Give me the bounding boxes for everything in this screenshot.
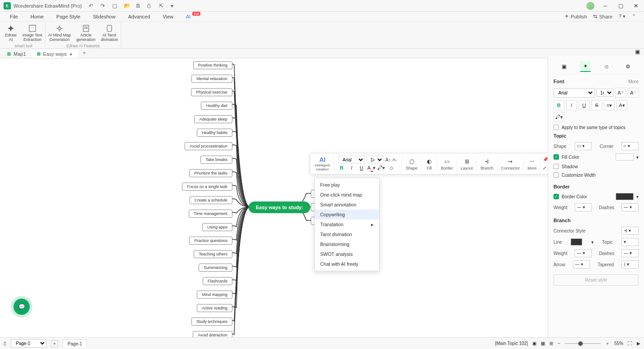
left-node[interactable]: Time management — [189, 210, 232, 218]
font-grow-button[interactable]: A⁺ — [615, 88, 626, 98]
font-family-select[interactable]: Arial — [553, 88, 594, 98]
fit-screen-icon[interactable]: ⛶ — [628, 341, 632, 346]
zoom-slider[interactable] — [565, 343, 601, 344]
border-color-dropdown[interactable]: ▾ — [636, 194, 639, 199]
left-node[interactable]: Mental relaxation — [191, 75, 232, 83]
sp-tab-layout[interactable]: ▣ — [559, 61, 570, 72]
ft-shape[interactable]: ▢Shape — [402, 157, 422, 171]
menu-file[interactable]: File — [4, 13, 24, 21]
branch-dashes-select[interactable]: — ▾ — [621, 249, 639, 257]
ctx-one-click-mind-map[interactable]: One-click mind map — [315, 190, 379, 200]
bold-toggle[interactable]: B — [553, 100, 564, 110]
tab-easy-ways[interactable]: Easy ways● — [32, 50, 78, 58]
ai-chat-fab[interactable]: 💬 — [14, 299, 30, 315]
connector-style-select[interactable]: ⊰ ▾ — [621, 227, 639, 235]
shadow-checkbox[interactable]: Shadow — [553, 164, 639, 169]
clear-format-button[interactable]: ◇ — [387, 164, 395, 172]
left-node[interactable]: Active reading — [197, 304, 232, 312]
left-node[interactable]: Practice questions — [189, 237, 232, 245]
left-node[interactable]: Avoid procrastination — [185, 142, 232, 150]
border-color-checkbox[interactable]: ✓Border Color▾ — [553, 193, 639, 200]
border-weight-select[interactable]: — ▾ — [575, 203, 592, 211]
left-node[interactable]: Healthy diet — [201, 102, 232, 110]
font-grow-icon[interactable]: A↑ — [385, 157, 391, 162]
italic-button[interactable]: I — [348, 164, 356, 172]
new-icon[interactable]: ▢ — [112, 3, 118, 9]
line-color-swatch[interactable] — [571, 238, 582, 246]
left-node[interactable]: Take breaks — [200, 156, 232, 164]
reset-style-button[interactable]: Reset style — [553, 274, 639, 286]
apply-same-checkbox[interactable]: Apply to the same type of topics — [553, 125, 639, 130]
view-mode-1-icon[interactable]: ▣ — [532, 341, 536, 346]
qat-more-icon[interactable]: ▾ — [171, 3, 177, 9]
corner-select[interactable]: ⌐ ▾ — [621, 142, 639, 150]
ft-ai-creation[interactable]: AI intelligent creation — [311, 155, 334, 172]
save-icon[interactable]: 🗎 — [136, 3, 142, 9]
fill-color-dropdown[interactable]: ▾ — [636, 155, 639, 160]
left-node[interactable]: Focus on a single task — [182, 183, 232, 191]
font-shrink-button[interactable]: A⁻ — [628, 88, 639, 98]
ribbon-ai-tarot[interactable]: AI Tarotdivination — [98, 23, 121, 43]
left-node[interactable]: Flashcards — [203, 277, 232, 285]
zoom-out-button[interactable]: − — [558, 341, 560, 346]
central-topic[interactable]: Easy ways to study: — [249, 201, 310, 213]
sp-tab-tag[interactable]: ☺ — [601, 61, 612, 72]
ft-border[interactable]: ▭Border — [437, 157, 457, 171]
undo-icon[interactable]: ↶ — [89, 3, 95, 9]
highlight-dropdown[interactable]: 🖍▾ — [553, 112, 564, 122]
minimize-button[interactable]: ─ — [601, 1, 610, 10]
ribbon-edraw-ai[interactable]: EdrawAI — [2, 23, 20, 43]
left-node[interactable]: Healthy habits — [197, 129, 232, 137]
page-tab[interactable]: Page-1 — [63, 340, 87, 348]
collapse-ribbon-button[interactable]: ⌃ — [632, 13, 636, 19]
left-node[interactable]: Teaching others — [194, 250, 232, 258]
zoom-in-button[interactable]: ＋ — [605, 340, 610, 347]
ctx-chat-ai-freely[interactable]: Chat with AI freely — [315, 259, 379, 269]
mindmap-canvas[interactable]: Easy ways to study: 💬 Positive thinkingM… — [0, 58, 548, 337]
tapered-select[interactable]: ⟨ ▾ — [621, 260, 639, 268]
menu-slideshow[interactable]: Slideshow — [86, 13, 122, 21]
user-avatar[interactable] — [586, 2, 594, 10]
left-node[interactable]: Create a schedule — [190, 196, 232, 204]
left-node[interactable]: Study techniques — [191, 318, 232, 326]
left-node[interactable]: Positive thinking — [193, 61, 232, 69]
strike-toggle[interactable]: S — [591, 100, 602, 110]
ctx-copywriting[interactable]: Copywriting — [315, 210, 379, 219]
left-node[interactable]: Mind mapping — [197, 291, 232, 299]
close-button[interactable]: ✕ — [631, 1, 640, 10]
ft-more[interactable]: ⋯More — [524, 157, 541, 171]
outline-icon[interactable]: ▯ — [4, 341, 6, 346]
ctx-free-play[interactable]: Free play — [315, 180, 379, 190]
highlight-button[interactable]: 🖍▾ — [377, 164, 385, 172]
left-node[interactable]: Avoid distraction — [193, 331, 232, 337]
ft-fill[interactable]: ◐Fill — [422, 157, 437, 171]
left-node[interactable]: Using apps — [202, 223, 232, 231]
fill-color-checkbox[interactable]: ✓Fill Color▾ — [553, 153, 639, 161]
border-color-swatch[interactable] — [616, 193, 634, 200]
border-dashes-select[interactable]: — ▾ — [621, 203, 639, 211]
page-select[interactable]: Page-1 — [11, 339, 46, 348]
font-more-link[interactable]: More — [628, 79, 639, 84]
italic-toggle[interactable]: I — [566, 100, 577, 110]
sp-tab-settings[interactable]: ⚙ — [622, 61, 633, 72]
underline-toggle[interactable]: U — [579, 100, 590, 110]
left-node[interactable]: Prioritize the tasks — [189, 169, 232, 177]
ft-layout[interactable]: ⊞Layout — [457, 157, 477, 171]
tab-map1[interactable]: Map1 — [2, 50, 32, 58]
align-button[interactable]: ≡▾ — [604, 100, 615, 110]
shape-select[interactable]: ▭ ▾ — [575, 142, 592, 150]
ft-branch[interactable]: ⊰Branch — [477, 157, 498, 171]
add-page-button[interactable]: ＋ — [51, 340, 58, 347]
ft-font-select[interactable]: Arial — [339, 156, 365, 164]
share-button[interactable]: ⇆Share — [593, 13, 612, 19]
left-node[interactable]: Adequate sleep — [194, 115, 232, 123]
export-icon[interactable]: ⇱ — [159, 3, 165, 9]
font-size-select[interactable]: 14 — [596, 89, 613, 97]
ribbon-ai-mind-map[interactable]: AI Mind MapGeneration — [45, 23, 74, 43]
menu-home[interactable]: Home — [24, 13, 50, 21]
left-node[interactable]: Physical exercise — [191, 88, 232, 96]
underline-button[interactable]: U — [358, 164, 366, 172]
ft-size-select[interactable]: 14 — [367, 156, 384, 164]
ctx-swot-analysis[interactable]: SWOT analysis — [315, 249, 379, 259]
ribbon-article-generation[interactable]: Articlegeneration — [73, 23, 98, 43]
